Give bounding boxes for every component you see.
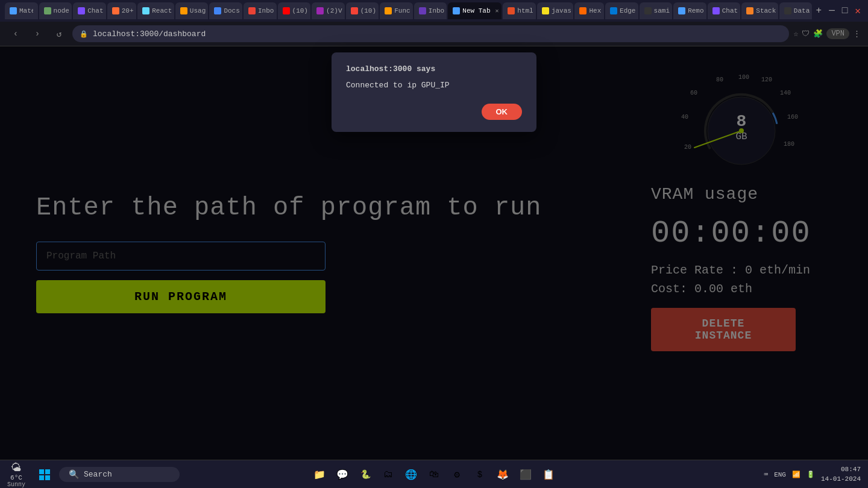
svg-rect-19: [45, 475, 50, 480]
dialog-message: Connected to ip GPU_IP: [346, 80, 522, 92]
tab-edge[interactable]: Edge: [605, 2, 638, 19]
tab-remo[interactable]: Remo: [673, 2, 706, 19]
ok-button[interactable]: OK: [482, 104, 523, 120]
tab-inbo2[interactable]: Inbo: [414, 2, 447, 19]
nav-actions: ☆ 🛡 🧩 VPN ⋮: [794, 28, 861, 39]
tab-hex[interactable]: Hex: [574, 2, 604, 19]
tab-chat1[interactable]: Chat: [73, 2, 106, 19]
tab-bar: Mate node Chat 20+ React Usag Docs Inbo: [0, 0, 868, 22]
shield-icon: 🛡: [802, 30, 810, 39]
taskbar-python[interactable]: 🐍: [356, 465, 375, 484]
taskbar-terminal[interactable]: $: [470, 465, 489, 484]
tab-stack[interactable]: Stack: [741, 2, 778, 19]
tab-10[interactable]: (10): [346, 2, 379, 19]
weather-temp: 6°C: [10, 474, 22, 481]
clock-time: 08:47: [821, 465, 861, 474]
taskbar-vscode[interactable]: ⬛: [516, 465, 535, 484]
taskbar-left: 🌤 6°C Sunny 🔍 Search: [7, 461, 180, 488]
tab-html[interactable]: html: [503, 2, 536, 19]
svg-rect-18: [39, 475, 44, 480]
browser-chrome: Mate node Chat 20+ React Usag Docs Inbo: [0, 0, 868, 46]
dialog-overlay: localhost:3000 says Connected to ip GPU_…: [0, 46, 868, 460]
taskbar-explorer[interactable]: 📁: [310, 465, 329, 484]
new-tab-button[interactable]: +: [814, 3, 825, 19]
clock-date: 14-01-2024: [821, 475, 861, 484]
svg-rect-17: [45, 469, 50, 474]
taskbar-search[interactable]: 🔍 Search: [59, 467, 180, 482]
menu-button[interactable]: ⋮: [853, 29, 861, 39]
tab-20plus[interactable]: 20+: [107, 2, 137, 19]
tab-v[interactable]: (2)V: [312, 2, 345, 19]
tab-func[interactable]: Func: [380, 2, 413, 19]
clock: 08:47 14-01-2024: [821, 465, 861, 484]
tab-react[interactable]: React: [137, 2, 174, 19]
battery-icon: 🔋: [807, 471, 815, 478]
svg-rect-16: [39, 469, 44, 474]
taskbar: 🌤 6°C Sunny 🔍 Search 📁 💬 🐍 🗂 🌐 🛍 ⚙ $ 🦊 ⬛: [0, 460, 868, 488]
tab-node[interactable]: node: [39, 2, 72, 19]
dialog-title: localhost:3000 says: [346, 64, 522, 74]
vpn-label: VPN: [826, 28, 849, 39]
maximize-button[interactable]: □: [840, 3, 851, 19]
back-button[interactable]: ‹: [7, 25, 24, 42]
search-text: Search: [84, 470, 112, 479]
tab-chat2[interactable]: Chat: [708, 2, 741, 19]
tab-docs[interactable]: Docs: [209, 2, 242, 19]
weather-icon: 🌤: [11, 461, 22, 474]
wifi-icon: 📶: [792, 471, 800, 478]
forward-button[interactable]: ›: [29, 25, 46, 42]
address-bar[interactable]: 🔒 localhost:3000/dashboard: [72, 25, 789, 42]
taskbar-app[interactable]: 📋: [539, 465, 558, 484]
taskbar-settings[interactable]: ⚙: [447, 465, 467, 484]
taskbar-browser[interactable]: 🦊: [493, 465, 512, 484]
tab-data[interactable]: Data: [779, 2, 813, 19]
taskbar-chat[interactable]: 💬: [333, 465, 352, 484]
tab-js[interactable]: javas: [537, 2, 574, 19]
taskbar-files[interactable]: 🗂: [379, 465, 398, 484]
address-text: localhost:3000/dashboard: [93, 30, 206, 39]
nav-bar: ‹ › ↺ 🔒 localhost:3000/dashboard ☆ 🛡 🧩 V…: [0, 22, 868, 46]
search-icon: 🔍: [69, 469, 79, 480]
locale-label: ENG: [774, 471, 786, 478]
weather-widget: 🌤 6°C Sunny: [7, 461, 25, 488]
taskbar-right: ⌨ ENG 📶 🔋 08:47 14-01-2024: [764, 465, 861, 484]
extension-icon: 🧩: [813, 29, 823, 39]
tab-mate[interactable]: Mate: [5, 2, 38, 19]
taskbar-edge[interactable]: 🌐: [401, 465, 421, 484]
lock-icon: 🔒: [80, 30, 88, 38]
dialog-box: localhost:3000 says Connected to ip GPU_…: [332, 52, 536, 132]
tab-yt[interactable]: (10): [278, 2, 311, 19]
tab-usag[interactable]: Usag: [175, 2, 209, 19]
minimize-button[interactable]: ─: [826, 3, 837, 19]
page-content: localhost:3000 says Connected to ip GPU_…: [0, 46, 868, 460]
taskbar-store[interactable]: 🛍: [424, 465, 444, 484]
dialog-footer: OK: [346, 104, 522, 120]
reload-button[interactable]: ↺: [51, 25, 68, 42]
keyboard-icon: ⌨: [764, 471, 769, 478]
tab-sami[interactable]: sami: [640, 2, 673, 19]
taskbar-center: 📁 💬 🐍 🗂 🌐 🛍 ⚙ $ 🦊 ⬛ 📋: [310, 465, 558, 484]
bookmark-icon[interactable]: ☆: [794, 29, 799, 39]
close-window-button[interactable]: ✕: [852, 2, 863, 19]
tab-newtab[interactable]: New Tab ✕: [448, 2, 502, 19]
start-button[interactable]: [35, 465, 54, 484]
tab-inbo1[interactable]: Inbo: [244, 2, 277, 19]
weather-condition: Sunny: [7, 481, 25, 488]
